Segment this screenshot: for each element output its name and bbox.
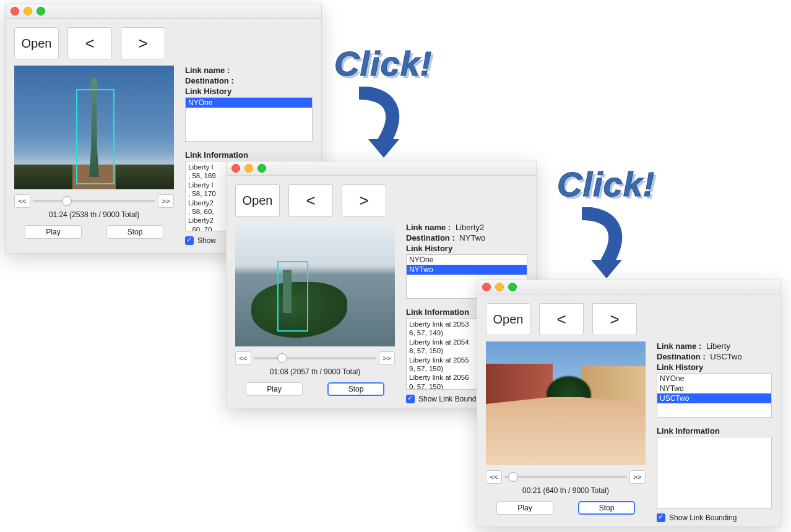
history-heading: Link History [185,87,313,96]
click-annotation-2: Click! [557,164,655,204]
list-item[interactable]: NYOne [186,98,312,108]
link-name-label: Link name : Liberty [657,341,772,351]
zoom-icon[interactable] [37,7,45,15]
list-item[interactable]: NYOne [657,374,771,384]
video-frame[interactable] [14,66,174,189]
zoom-icon[interactable] [508,283,517,291]
prev-button[interactable]: < [67,27,112,59]
minimize-icon[interactable] [24,7,32,15]
bounding-box[interactable] [277,261,308,332]
checkbox-icon[interactable] [657,513,665,522]
link-name-label: Link name : Liberty2 [406,223,527,232]
minimize-icon[interactable] [244,164,253,173]
stop-button[interactable]: Stop [578,501,635,515]
close-icon[interactable] [482,283,491,291]
open-button[interactable]: Open [14,27,59,59]
history-heading: Link History [657,363,772,372]
history-heading: Link History [406,244,527,253]
rewind-button[interactable]: << [235,351,251,365]
play-button[interactable]: Play [246,382,303,396]
show-bounding-checkbox[interactable]: Show Link Bounding [657,513,772,522]
slider-thumb[interactable] [508,472,518,482]
link-name-label: Link name : [185,66,313,75]
checkbox-icon[interactable] [406,395,415,403]
titlebar[interactable] [6,4,321,19]
timecode-label: 01:24 (2538 th / 9000 Total) [14,210,174,219]
titlebar[interactable] [477,280,780,294]
zoom-icon[interactable] [257,164,266,173]
link-info-heading: Link Information [185,150,313,160]
checkbox-icon[interactable] [185,236,194,245]
arrow-annotation-1 [347,87,421,161]
next-button[interactable]: > [592,303,637,335]
play-button[interactable]: Play [25,225,82,239]
rewind-button[interactable]: << [486,470,502,484]
timecode-label: 00:21 (640 th / 9000 Total) [486,486,646,495]
next-button[interactable]: > [342,184,386,217]
list-item[interactable]: NYOne [407,255,527,265]
timeline-slider[interactable] [504,476,627,478]
link-info-box[interactable] [657,437,772,508]
slider-thumb[interactable] [277,353,287,363]
minimize-icon[interactable] [495,283,504,291]
forward-button[interactable]: >> [158,194,174,208]
timeline-slider[interactable] [254,357,376,359]
timecode-label: 01:08 (2057 th / 9000 Total) [235,367,395,376]
forward-button[interactable]: >> [379,351,395,365]
rewind-button[interactable]: << [14,194,30,208]
close-icon[interactable] [231,164,240,173]
destination-label: Destination : USCTwo [657,352,772,361]
app-window-3: Open < > << >> 00:21 (640 th / 9000 Tota… [477,280,781,527]
play-button[interactable]: Play [496,501,553,515]
destination-label: Destination : [185,76,313,85]
stop-button[interactable]: Stop [327,382,384,396]
link-info-box[interactable]: Liberty l , 58, 169 Liberty l , 58, 170 … [185,161,228,231]
click-annotation-1: Click! [334,43,433,84]
bounding-box[interactable] [76,89,115,184]
history-listbox[interactable]: NYOne NYTwo USCTwo [657,373,772,418]
list-item[interactable]: USCTwo [657,393,771,403]
timeline-slider[interactable] [33,200,155,202]
slider-thumb[interactable] [62,196,72,206]
video-frame[interactable] [235,223,395,346]
video-frame[interactable] [486,341,646,465]
forward-button[interactable]: >> [629,470,646,484]
titlebar[interactable] [227,161,536,176]
link-info-heading: Link Information [657,426,772,435]
open-button[interactable]: Open [486,303,530,335]
close-icon[interactable] [11,7,19,15]
arrow-annotation-2 [569,207,644,281]
next-button[interactable]: > [121,27,165,59]
link-info-box[interactable]: Liberty link at 2053 6, 57, 149) Liberty… [406,318,486,390]
open-button[interactable]: Open [235,184,280,217]
prev-button[interactable]: < [288,184,333,217]
list-item[interactable]: NYTwo [657,384,771,393]
stop-button[interactable]: Stop [106,225,163,239]
history-listbox[interactable]: NYOne [185,97,313,142]
prev-button[interactable]: < [539,303,584,335]
destination-label: Destination : NYTwo [406,233,527,242]
list-item[interactable]: NYTwo [407,265,527,275]
